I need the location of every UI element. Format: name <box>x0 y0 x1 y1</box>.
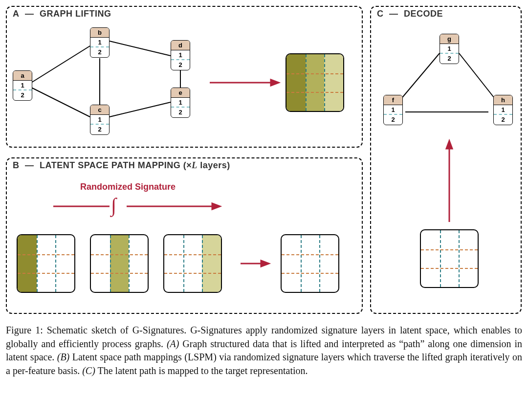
svg-line-0 <box>31 46 90 83</box>
node-g-r1: 1 <box>440 44 459 54</box>
node-g-head: g <box>440 34 459 44</box>
node-e-r2: 2 <box>171 108 190 117</box>
svg-marker-17 <box>446 141 452 149</box>
node-a-r2: 2 <box>13 90 32 100</box>
featmap-c <box>420 229 479 288</box>
svg-marker-12 <box>261 261 269 266</box>
node-f-r2: 2 <box>384 115 402 125</box>
node-g-r2: 2 <box>440 54 459 64</box>
panel-a-featmap <box>286 53 344 112</box>
node-h-head: h <box>494 95 512 105</box>
node-f: f 1 2 <box>383 95 403 125</box>
caption-a-tag: (A) <box>167 338 179 349</box>
node-h-r1: 1 <box>494 105 512 115</box>
node-e-head: e <box>171 88 190 98</box>
node-a-head: a <box>13 71 32 81</box>
node-h: h 1 2 <box>493 95 513 125</box>
node-e-r1: 1 <box>171 98 190 108</box>
node-e: e 1 2 <box>171 88 190 118</box>
caption-c-text: The latent path is mapped to the target … <box>98 365 308 376</box>
node-c-r1: 1 <box>90 115 109 125</box>
svg-line-13 <box>400 53 440 100</box>
svg-line-3 <box>110 41 171 56</box>
panel-b: B — LATENT SPACE PATH MAPPING (×L layers… <box>6 157 363 314</box>
svg-marker-10 <box>212 203 220 209</box>
featmap-b2 <box>90 234 149 293</box>
node-f-r1: 1 <box>384 105 402 115</box>
node-c-r2: 2 <box>90 125 109 134</box>
node-b-r1: 1 <box>90 38 109 47</box>
node-c-head: c <box>90 105 109 115</box>
node-b-head: b <box>90 28 109 38</box>
svg-line-1 <box>31 88 90 117</box>
node-d-head: d <box>171 41 190 50</box>
svg-line-14 <box>459 53 496 100</box>
integral-icon: ∫ <box>111 194 116 217</box>
node-c: c 1 2 <box>90 105 110 135</box>
figure: A — GRAPH LIFTING a 1 <box>6 6 522 314</box>
featmap-b-out <box>281 234 339 293</box>
node-b: b 1 2 <box>90 27 110 58</box>
caption-c-tag: (C) <box>82 365 95 376</box>
node-g: g 1 2 <box>440 34 459 64</box>
node-d: d 1 2 <box>171 40 190 70</box>
node-a-r1: 1 <box>13 81 32 90</box>
node-h-r2: 2 <box>494 115 512 125</box>
caption-b-tag: (B) <box>57 352 70 362</box>
panel-a: A — GRAPH LIFTING a 1 <box>6 6 363 148</box>
node-d-r1: 1 <box>171 50 190 60</box>
featmap-b1 <box>17 234 75 293</box>
node-a: a 1 2 <box>13 70 32 101</box>
figure-caption: Figure 1: Schematic sketch of G-Signatur… <box>6 324 522 377</box>
svg-marker-7 <box>271 80 279 86</box>
node-f-head: f <box>384 95 402 105</box>
featmap-b3 <box>163 234 222 293</box>
node-d-r2: 2 <box>171 60 190 70</box>
panel-c: C — DECODE g 1 2 f 1 2 <box>370 6 522 314</box>
svg-line-4 <box>110 102 171 117</box>
node-b-r2: 2 <box>90 47 109 57</box>
